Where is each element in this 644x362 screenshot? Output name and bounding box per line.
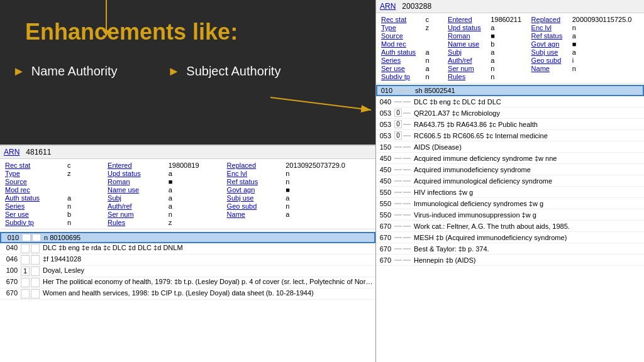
field-content: DLC ‡b eng ‡e rda ‡c DLC ‡d DLC ‡d DNLM (40, 243, 375, 254)
table-row[interactable]: 010n 80100695 (0, 232, 375, 243)
r-subj-use[interactable]: Subj use (531, 48, 570, 56)
table-row[interactable]: 550HIV infections ‡w g (376, 187, 644, 198)
field-content: Hennepin ‡b (AIDS) (411, 256, 644, 265)
r-rec-stat[interactable]: Rec stat (381, 16, 423, 23)
rules-val: z (169, 219, 225, 226)
entered-label[interactable]: Entered (108, 162, 166, 169)
table-row[interactable]: 670Hennepin ‡b (AIDS) (376, 255, 644, 266)
bullet-name-authority: ► Name Authority (13, 64, 118, 79)
table-row[interactable]: 0530QR201.A37 ‡c Microbiology (376, 107, 644, 119)
field-tag: 053 (376, 132, 394, 140)
govt-agn-val: ■ (286, 186, 370, 194)
r-name[interactable]: Name (531, 65, 570, 72)
r-mod-rec[interactable]: Mod rec (381, 40, 423, 48)
name-label[interactable]: Name (227, 211, 284, 218)
field-content: Doyal, Lesley (40, 266, 375, 277)
table-row[interactable]: 670Women and health services, 1998: ‡b C… (0, 288, 375, 300)
r-ref-status[interactable]: Ref status (531, 32, 570, 40)
auth-ref-label[interactable]: Auth/ref (108, 202, 166, 210)
r-enc-lvl-v: n (572, 24, 639, 31)
r-type[interactable]: Type (381, 24, 423, 31)
indicator-1 (21, 278, 30, 287)
indicator-1 (394, 260, 402, 261)
r-ser-num[interactable]: Ser num (448, 65, 488, 72)
source-label[interactable]: Source (5, 178, 65, 185)
r-replaced[interactable]: Replaced (531, 16, 570, 23)
replaced-label[interactable]: Replaced (227, 162, 284, 169)
field-tag: 100 (0, 266, 20, 277)
table-row[interactable]: 450Acquired immunodeficiency syndrome (376, 164, 644, 175)
right-arn-link[interactable]: ARN (380, 2, 396, 11)
enc-lvl-label[interactable]: Enc lvl (227, 170, 284, 177)
govt-agn-label[interactable]: Govt agn (227, 186, 284, 194)
upd-status-label[interactable]: Upd status (108, 170, 166, 177)
indicator-1 (21, 289, 30, 299)
rules-label[interactable]: Rules (108, 219, 166, 226)
r-mod-rec-v (426, 40, 446, 48)
table-row[interactable]: 0530RA643.75 ‡b RA643.86 ‡c Public healt… (376, 119, 644, 130)
mod-rec-val (67, 186, 105, 194)
r-roman[interactable]: Roman (448, 32, 488, 40)
table-row[interactable]: 010sh 85002541 (376, 85, 644, 96)
r-geo-subd[interactable]: Geo subd (531, 57, 570, 64)
table-row[interactable]: 450Acquired immune deficiency syndrome ‡… (376, 153, 644, 164)
indicator-2 (403, 101, 411, 102)
right-arn-number: 2003288 (402, 2, 431, 11)
left-lower-panel: ARN 481611 Rec stat c Entered 19800819 R… (0, 145, 375, 362)
table-row[interactable]: 040DLC ‡b eng ‡e rda ‡c DLC ‡d DLC ‡d DN… (0, 243, 375, 255)
table-row[interactable]: 670Her The political economy of health, … (0, 277, 375, 288)
table-row[interactable]: 040DLC ‡b eng ‡c DLC ‡d DLC (376, 96, 644, 107)
table-row[interactable]: 046‡f 19441028 (0, 255, 375, 266)
subj-use-label[interactable]: Subj use (227, 194, 284, 202)
field-tag: 040 (0, 243, 20, 254)
left-arn-link[interactable]: ARN (4, 148, 19, 156)
ser-num-label[interactable]: Ser num (108, 211, 166, 218)
field-content: ‡f 19441028 (40, 255, 375, 265)
table-row[interactable]: 550Virus-induced immunosuppression ‡w g (376, 209, 644, 221)
subj-label[interactable]: Subj (108, 194, 166, 202)
indicator-2 (403, 226, 411, 227)
r-upd-status[interactable]: Upd status (448, 24, 488, 31)
r-govt-agn[interactable]: Govt agn (531, 40, 570, 48)
r-auth-status[interactable]: Auth status (381, 48, 423, 56)
field-tag: 550 (376, 211, 394, 219)
mod-rec-label[interactable]: Mod rec (5, 186, 65, 194)
name-use-label[interactable]: Name use (108, 186, 166, 194)
indicator-2 (403, 180, 411, 182)
r-series[interactable]: Series (381, 57, 423, 64)
r-subdiv-tp[interactable]: Subdiv tp (381, 73, 423, 80)
table-row[interactable]: 670Best & Taylor: ‡b p. 374. (376, 243, 644, 255)
geo-subd-label[interactable]: Geo subd (227, 202, 284, 210)
r-enc-lvl[interactable]: Enc lvl (531, 24, 570, 31)
table-row[interactable]: 1001Doyal, Lesley (0, 266, 375, 277)
table-row[interactable]: 670MESH ‡b (Acquired immunodeficiency sy… (376, 232, 644, 243)
field-tag: 670 (376, 256, 394, 264)
r-ser-use[interactable]: Ser use (381, 65, 423, 72)
r-entered[interactable]: Entered (448, 16, 488, 23)
field-content: Acquired immunological deficiency syndro… (411, 177, 644, 185)
series-label[interactable]: Series (5, 202, 65, 210)
indicator-1 (21, 244, 30, 253)
subj-val: a (169, 194, 225, 202)
r-name-use[interactable]: Name use (448, 40, 488, 48)
table-row[interactable]: 0530RC606.5 ‡b RC606.65 ‡c Internal medi… (376, 130, 644, 141)
auth-status-label[interactable]: Auth status (5, 194, 65, 202)
ser-use-label[interactable]: Ser use (5, 211, 65, 218)
ref-status-label[interactable]: Ref status (227, 178, 284, 185)
r-ser-num-v: n (491, 65, 528, 72)
subdiv-tp-label[interactable]: Subdiv tp (5, 219, 65, 226)
roman-label[interactable]: Roman (108, 178, 166, 185)
r-auth-ref[interactable]: Auth/ref (448, 57, 488, 64)
r-source[interactable]: Source (381, 32, 423, 40)
r-ref-status-v: a (572, 32, 639, 40)
type-label[interactable]: Type (5, 170, 65, 177)
table-row[interactable]: 550Immunological deficiency syndromes ‡w… (376, 198, 644, 209)
table-row[interactable]: 150AIDS (Disease) (376, 141, 644, 153)
table-row[interactable]: 670Work cat.: Feltner, A.G. The truth ab… (376, 221, 644, 232)
r-subj[interactable]: Subj (448, 48, 488, 56)
field-content: n 80100695 (42, 233, 374, 242)
left-metadata-grid: Rec stat c Entered 19800819 Replaced 201… (0, 159, 375, 229)
rec-stat-label[interactable]: Rec stat (5, 162, 65, 169)
r-rules[interactable]: Rules (448, 73, 488, 80)
table-row[interactable]: 450Acquired immunological deficiency syn… (376, 175, 644, 187)
